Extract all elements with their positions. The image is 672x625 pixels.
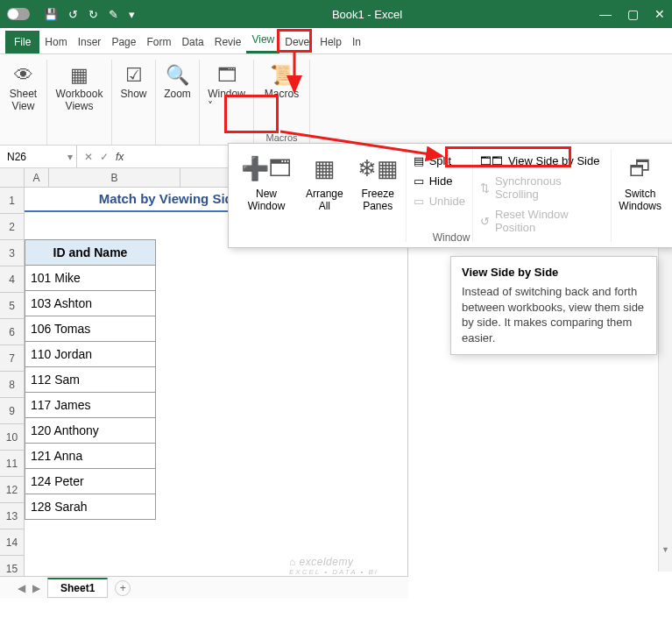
new-window-button[interactable]: ➕🗔New Window bbox=[234, 149, 299, 242]
row-head[interactable]: 3 bbox=[0, 240, 25, 266]
tab-home[interactable]: Hom bbox=[39, 31, 72, 53]
row-head[interactable]: 2 bbox=[0, 214, 25, 240]
workbook-views-button[interactable]: ▦Workbook Views bbox=[51, 60, 109, 116]
tab-help[interactable]: Help bbox=[315, 31, 347, 53]
unhide-button: ▭Unhide bbox=[410, 193, 469, 210]
chevron-down-icon[interactable]: ▾ bbox=[64, 151, 76, 163]
row-head[interactable]: 7 bbox=[0, 345, 25, 372]
titlebar: 💾 ↺ ↻ ✎ ▾ Book1 - Excel — ▢ ✕ bbox=[0, 0, 672, 28]
tab-page[interactable]: Page bbox=[106, 31, 141, 53]
row-head[interactable]: 11 bbox=[0, 451, 25, 477]
tab-view[interactable]: View bbox=[246, 28, 279, 53]
table-row[interactable]: 128 Sarah bbox=[25, 494, 156, 520]
save-icon[interactable]: 💾 bbox=[44, 8, 58, 21]
minimize-icon[interactable]: — bbox=[599, 7, 612, 21]
qat-more-icon[interactable]: ▾ bbox=[129, 8, 135, 21]
ribbon: 👁Sheet View ▦Workbook Views ☑Show 🔍Zoom … bbox=[0, 54, 672, 146]
tooltip: View Side by Side Instead of switching b… bbox=[450, 256, 657, 355]
window-title: Book1 - Excel bbox=[135, 8, 599, 21]
tab-data[interactable]: Data bbox=[176, 31, 209, 53]
table-row[interactable]: 112 Sam bbox=[25, 366, 156, 393]
col-head-b[interactable]: B bbox=[49, 168, 180, 187]
tab-more[interactable]: In bbox=[347, 31, 366, 53]
table-row[interactable]: 117 James bbox=[25, 392, 156, 418]
fx-icon[interactable]: fx bbox=[116, 151, 124, 163]
switch-windows-icon: 🗗 bbox=[629, 149, 652, 188]
touch-icon[interactable]: ✎ bbox=[109, 8, 118, 21]
synchronous-scrolling-button: ⇅Synchronous Scrolling bbox=[477, 173, 607, 202]
cancel-formula-icon[interactable]: ✕ bbox=[84, 151, 93, 163]
view-side-by-side-button[interactable]: 🗔🗔View Side by Side bbox=[477, 153, 607, 169]
freeze-icon: ❄▦ bbox=[357, 149, 399, 188]
row-head[interactable]: 8 bbox=[0, 372, 25, 398]
window-dropdown-panel: ➕🗔New Window ▦Arrange All ❄▦Freeze Panes… bbox=[228, 143, 672, 248]
row-head[interactable]: 1 bbox=[0, 188, 25, 214]
close-icon[interactable]: ✕ bbox=[654, 7, 665, 21]
table-row[interactable]: 124 Peter bbox=[25, 468, 156, 494]
redo-icon[interactable]: ↻ bbox=[88, 8, 98, 21]
col-head-a[interactable]: A bbox=[25, 168, 49, 187]
sheet-view-button[interactable]: 👁Sheet View bbox=[4, 60, 43, 116]
sheet-next-icon[interactable]: ▶ bbox=[32, 582, 40, 594]
zoom-button[interactable]: 🔍Zoom bbox=[159, 60, 197, 103]
row-head[interactable]: 6 bbox=[0, 319, 25, 345]
switch-windows-button[interactable]: 🗗Switch Windows bbox=[611, 149, 668, 242]
row-head[interactable]: 10 bbox=[0, 424, 25, 451]
macros-group-label: Macros bbox=[254, 132, 309, 143]
checklist-icon: ☑ bbox=[120, 63, 148, 88]
grid-icon: ▦ bbox=[66, 63, 94, 88]
table-row[interactable]: 121 Anna bbox=[25, 443, 156, 469]
table-row[interactable]: 106 Tomas bbox=[25, 316, 156, 342]
row-head[interactable]: 12 bbox=[0, 477, 25, 503]
arrange-icon: ▦ bbox=[314, 149, 336, 188]
ribbon-tabs: File Hom Inser Page Form Data Revie View… bbox=[0, 28, 672, 54]
table-row[interactable]: 101 Mike bbox=[25, 265, 156, 291]
row-head[interactable]: 9 bbox=[0, 398, 25, 424]
accept-formula-icon[interactable]: ✓ bbox=[100, 151, 109, 163]
row-head[interactable]: 5 bbox=[0, 293, 25, 319]
tab-developer[interactable]: Deve bbox=[279, 31, 315, 53]
tab-file[interactable]: File bbox=[5, 31, 39, 53]
eye-icon: 👁 bbox=[10, 63, 38, 88]
arrange-all-button[interactable]: ▦Arrange All bbox=[299, 149, 350, 242]
hide-button[interactable]: ▭Hide bbox=[410, 173, 469, 189]
table-header[interactable]: ID and Name bbox=[25, 239, 156, 266]
row-head[interactable]: 14 bbox=[0, 529, 25, 556]
sheet-tab-sheet1[interactable]: Sheet1 bbox=[47, 578, 108, 598]
show-button[interactable]: ☑Show bbox=[115, 60, 153, 103]
table-row[interactable]: 103 Ashton bbox=[25, 290, 156, 316]
sync-scroll-icon: ⇅ bbox=[480, 181, 490, 195]
unhide-icon: ▭ bbox=[414, 195, 424, 208]
maximize-icon[interactable]: ▢ bbox=[627, 7, 639, 21]
sheet-bar: ◀▶ Sheet1 + bbox=[0, 576, 408, 599]
watermark: ⌂ exceldemy EXCEL • DATA • BI bbox=[289, 556, 378, 576]
new-window-icon: ➕🗔 bbox=[241, 149, 292, 188]
macros-icon: 📜 bbox=[268, 63, 296, 88]
window-group-label: Window bbox=[229, 231, 672, 244]
split-button[interactable]: ▤Split bbox=[410, 153, 469, 169]
reset-window-icon: ↺ bbox=[480, 215, 490, 228]
autosave-toggle[interactable] bbox=[7, 8, 30, 20]
table-row[interactable]: 110 Jordan bbox=[25, 341, 156, 367]
tab-formulas[interactable]: Form bbox=[141, 31, 176, 53]
tab-insert[interactable]: Inser bbox=[73, 31, 107, 53]
table-row[interactable]: 120 Anthony bbox=[25, 417, 156, 444]
zoom-icon: 🔍 bbox=[164, 63, 192, 88]
new-sheet-button[interactable]: + bbox=[115, 580, 131, 596]
row-head[interactable]: 13 bbox=[0, 503, 25, 529]
tooltip-title: View Side by Side bbox=[462, 266, 646, 279]
hide-icon: ▭ bbox=[414, 174, 424, 188]
freeze-panes-button[interactable]: ❄▦Freeze Panes bbox=[350, 149, 406, 242]
macros-button[interactable]: 📜Macros bbox=[259, 60, 304, 103]
row-head[interactable]: 4 bbox=[0, 266, 25, 293]
house-icon: ⌂ bbox=[289, 556, 300, 568]
select-all-corner[interactable] bbox=[0, 168, 25, 187]
sheet-prev-icon[interactable]: ◀ bbox=[18, 582, 25, 594]
name-box[interactable]: N26▾ bbox=[0, 146, 77, 167]
window-button[interactable]: 🗔Window˅ bbox=[202, 60, 251, 116]
side-by-side-icon: 🗔🗔 bbox=[480, 154, 503, 167]
tab-review[interactable]: Revie bbox=[209, 31, 247, 53]
tooltip-body: Instead of switching back and forth betw… bbox=[462, 284, 646, 345]
undo-icon[interactable]: ↺ bbox=[68, 8, 78, 21]
split-icon: ▤ bbox=[414, 154, 424, 167]
